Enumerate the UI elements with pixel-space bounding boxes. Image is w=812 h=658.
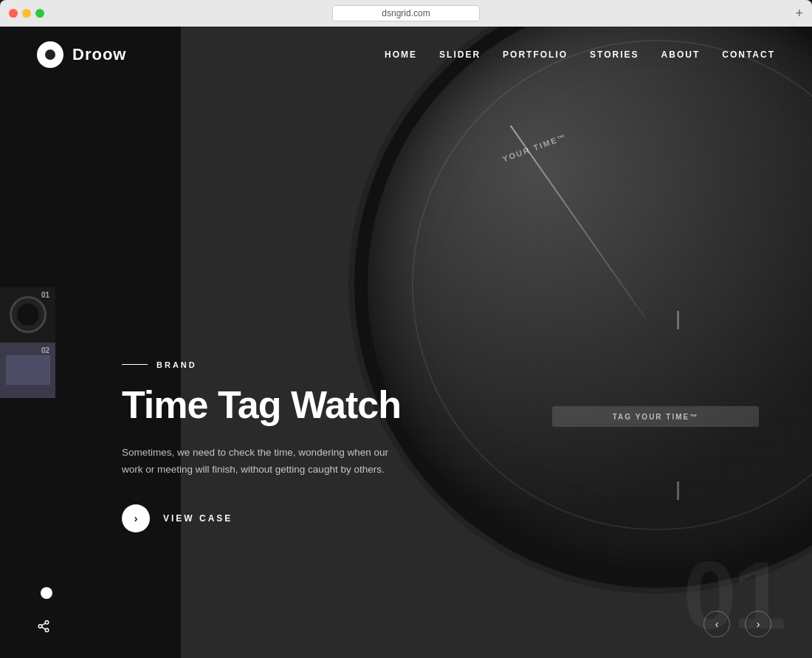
hero-title: Time Tag Watch	[122, 384, 402, 426]
site-logo-text: Droow	[72, 45, 126, 64]
window-chrome: dsngrid.com +	[0, 0, 812, 27]
watch-background: YOUR TIME™ TAG YOUR TIME™	[177, 27, 812, 658]
cta-arrow-circle: ›	[122, 504, 150, 532]
svg-line-3	[41, 627, 45, 629]
view-case-button[interactable]: › VIEW CASE	[122, 504, 402, 532]
traffic-lights	[9, 9, 44, 18]
site-header: Droow HOME SLIDER PORTFOLIO STORIES ABOU…	[0, 27, 812, 82]
slider-dot[interactable]	[41, 587, 52, 599]
brand-label-area: BRAND	[122, 360, 402, 369]
main-nav: HOME SLIDER PORTFOLIO STORIES ABOUT CONT…	[385, 49, 775, 60]
next-arrow[interactable]: ›	[745, 611, 771, 637]
nav-item-portfolio[interactable]: PORTFOLIO	[503, 49, 568, 60]
logo-inner	[45, 49, 55, 60]
close-button[interactable]	[9, 9, 18, 18]
share-icon[interactable]	[37, 623, 50, 635]
nav-item-about[interactable]: ABOUT	[661, 49, 701, 60]
vertical-marker-bottom	[677, 481, 679, 500]
cta-label: VIEW CASE	[163, 513, 233, 524]
share-icon-container[interactable]	[37, 620, 50, 636]
url-text: dsngrid.com	[382, 8, 430, 18]
minimize-button[interactable]	[22, 9, 31, 18]
vertical-marker-top	[677, 311, 679, 329]
prev-arrow[interactable]: ‹	[703, 611, 730, 637]
thumb-watch-face	[17, 304, 39, 326]
left-sidebar: 01 02	[0, 27, 181, 658]
nav-item-slider[interactable]: SLIDER	[439, 49, 481, 60]
new-tab-button[interactable]: +	[795, 6, 803, 21]
hero-section: 01 02	[0, 27, 812, 658]
watch-label-2: TAG YOUR TIME™	[552, 406, 759, 427]
address-bar[interactable]: dsngrid.com	[332, 5, 480, 21]
site-wrapper: Droow HOME SLIDER PORTFOLIO STORIES ABOU…	[0, 27, 812, 658]
sidebar-thumbnails: 01 02	[0, 27, 66, 658]
browser-content: Droow HOME SLIDER PORTFOLIO STORIES ABOU…	[0, 27, 812, 658]
nav-item-home[interactable]: HOME	[385, 49, 417, 60]
logo-area: Droow	[37, 41, 126, 68]
brand-line	[122, 364, 148, 365]
nav-arrows: ‹ ›	[703, 611, 771, 637]
hero-image: YOUR TIME™ TAG YOUR TIME™	[177, 27, 812, 658]
nav-item-contact[interactable]: CONTACT	[722, 49, 775, 60]
logo-circle-icon	[37, 41, 63, 68]
chevron-right-icon: ›	[757, 618, 760, 630]
thumb-number-1: 01	[41, 291, 49, 299]
hero-description: Sometimes, we need to check the time, wo…	[122, 445, 402, 479]
watch-face: YOUR TIME™ TAG YOUR TIME™	[354, 27, 812, 588]
svg-line-4	[41, 623, 45, 626]
thumb-abstract	[6, 355, 50, 385]
thumbnail-2[interactable]: 02	[0, 343, 55, 398]
thumbnail-1[interactable]: 01	[0, 287, 55, 343]
tag-label: TAG YOUR TIME™	[613, 413, 699, 421]
thumb-number-2: 02	[41, 346, 49, 354]
nav-item-stories[interactable]: STORIES	[590, 49, 639, 60]
content-overlay: BRAND Time Tag Watch Sometimes, we need …	[122, 360, 402, 532]
maximize-button[interactable]	[35, 9, 44, 18]
brand-text: BRAND	[156, 360, 197, 369]
thumb-watch-icon	[10, 296, 47, 333]
cta-arrow-icon: ›	[134, 513, 138, 524]
chevron-left-icon: ‹	[715, 618, 719, 630]
